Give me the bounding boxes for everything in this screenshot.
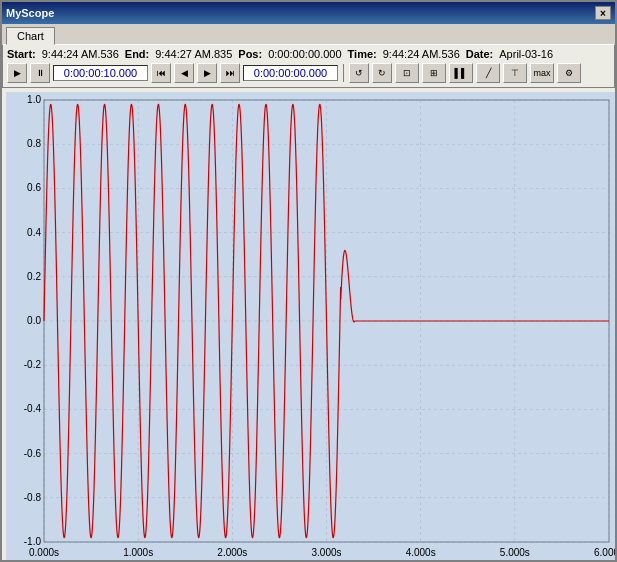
close-button[interactable]: ×	[595, 6, 611, 20]
info-bar: Start: 9:44:24 AM.536 End: 9:44:27 AM.83…	[7, 47, 610, 61]
tab-bar: Chart	[2, 24, 615, 44]
tab-chart[interactable]: Chart	[6, 27, 55, 45]
separator1	[343, 64, 344, 82]
date-label: Date:	[466, 48, 494, 60]
refresh2-button[interactable]: ↻	[372, 63, 392, 83]
chart-container	[2, 88, 615, 560]
line-chart-button[interactable]: ╱	[476, 63, 500, 83]
zoom-normal-button[interactable]: ⊡	[395, 63, 419, 83]
zoom-fit-button[interactable]: ⊞	[422, 63, 446, 83]
play-button[interactable]: ▶	[7, 63, 27, 83]
toolbar-area: Start: 9:44:24 AM.536 End: 9:44:27 AM.83…	[2, 44, 615, 88]
date-value: April-03-16	[499, 48, 553, 60]
time-value: 9:44:24 AM.536	[383, 48, 460, 60]
main-window: MyScope × Chart Start: 9:44:24 AM.536 En…	[0, 0, 617, 562]
pause-button[interactable]: ⏸	[30, 63, 50, 83]
position-input[interactable]	[243, 65, 338, 81]
time-label: Time:	[348, 48, 377, 60]
start-value: 9:44:24 AM.536	[42, 48, 119, 60]
controls-bar: ▶ ⏸ ⏮ ◀ ▶ ⏭ ↺ ↻ ⊡ ⊞ ▌▌ ╱ ⊤ max ⚙	[7, 61, 610, 85]
axis-button[interactable]: ⊤	[503, 63, 527, 83]
start-label: Start:	[7, 48, 36, 60]
refresh-button[interactable]: ↺	[349, 63, 369, 83]
skip-end-button[interactable]: ⏭	[220, 63, 240, 83]
end-value: 9:44:27 AM.835	[155, 48, 232, 60]
window-title: MyScope	[6, 7, 595, 19]
end-label: End:	[125, 48, 149, 60]
chart-canvas[interactable]	[6, 92, 615, 560]
config-button[interactable]: ⚙	[557, 63, 581, 83]
skip-start-button[interactable]: ⏮	[151, 63, 171, 83]
step-back-button[interactable]: ◀	[174, 63, 194, 83]
settings-button[interactable]: max	[530, 63, 554, 83]
timespan-input[interactable]	[53, 65, 148, 81]
pos-value: 0:00:00:00.000	[268, 48, 341, 60]
play2-button[interactable]: ▶	[197, 63, 217, 83]
title-bar: MyScope ×	[2, 2, 615, 24]
bar-chart-button[interactable]: ▌▌	[449, 63, 473, 83]
pos-label: Pos:	[238, 48, 262, 60]
